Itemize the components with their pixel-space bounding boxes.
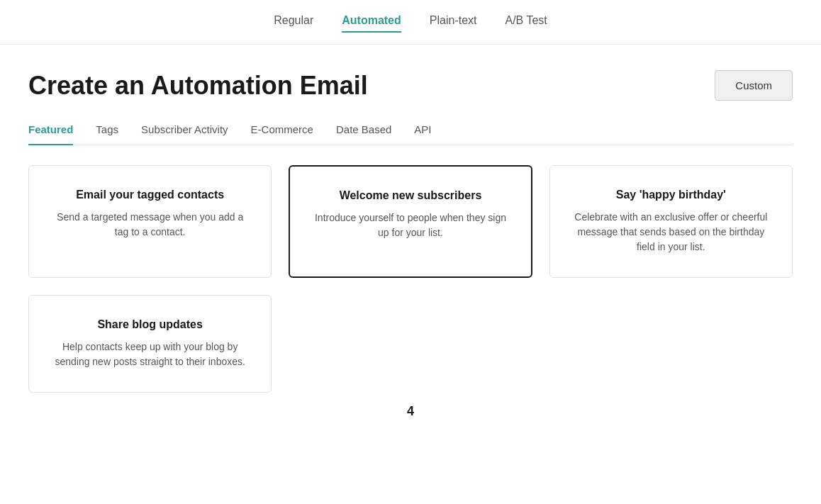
top-nav-item-regular[interactable]: Regular <box>274 14 313 33</box>
card-email-tagged-contacts[interactable]: Email your tagged contactsSend a targete… <box>28 165 272 278</box>
pagination-number: 4 <box>407 404 414 419</box>
page-title: Create an Automation Email <box>28 71 368 101</box>
category-tabs: FeaturedTagsSubscriber ActivityE-Commerc… <box>28 123 793 145</box>
card-share-blog-updates[interactable]: Share blog updatesHelp contacts keep up … <box>28 295 272 393</box>
category-tab-featured[interactable]: Featured <box>28 123 73 145</box>
header-row: Create an Automation Email Custom <box>28 70 793 101</box>
card-description-welcome-new-subscribers: Introduce yourself to people when they s… <box>310 211 510 240</box>
pagination: 4 <box>28 404 793 419</box>
card-description-email-tagged-contacts: Send a targeted message when you add a t… <box>49 210 251 240</box>
card-description-share-blog-updates: Help contacts keep up with your blog by … <box>49 340 251 369</box>
custom-button[interactable]: Custom <box>715 70 793 101</box>
top-nav-item-plain-text[interactable]: Plain-text <box>430 14 477 33</box>
card-welcome-new-subscribers[interactable]: Welcome new subscribersIntroduce yoursel… <box>289 165 532 278</box>
category-tab-date-based[interactable]: Date Based <box>336 123 391 145</box>
card-say-happy-birthday[interactable]: Say 'happy birthday'Celebrate with an ex… <box>549 165 793 278</box>
card-title-share-blog-updates: Share blog updates <box>49 318 251 331</box>
top-navigation: RegularAutomatedPlain-textA/B Test <box>0 0 821 45</box>
category-tab-e-commerce[interactable]: E-Commerce <box>251 123 313 145</box>
top-nav-item-ab-test[interactable]: A/B Test <box>506 14 547 33</box>
category-tab-tags[interactable]: Tags <box>96 123 118 145</box>
category-tab-subscriber-activity[interactable]: Subscriber Activity <box>141 123 228 145</box>
card-title-email-tagged-contacts: Email your tagged contacts <box>49 189 251 201</box>
category-tab-api[interactable]: API <box>414 123 431 145</box>
cards-grid: Email your tagged contactsSend a targete… <box>28 165 793 393</box>
card-description-say-happy-birthday: Celebrate with an exclusive offer or che… <box>570 210 772 254</box>
top-nav-item-automated[interactable]: Automated <box>342 14 401 33</box>
card-title-welcome-new-subscribers: Welcome new subscribers <box>310 189 510 202</box>
card-title-say-happy-birthday: Say 'happy birthday' <box>570 189 772 201</box>
